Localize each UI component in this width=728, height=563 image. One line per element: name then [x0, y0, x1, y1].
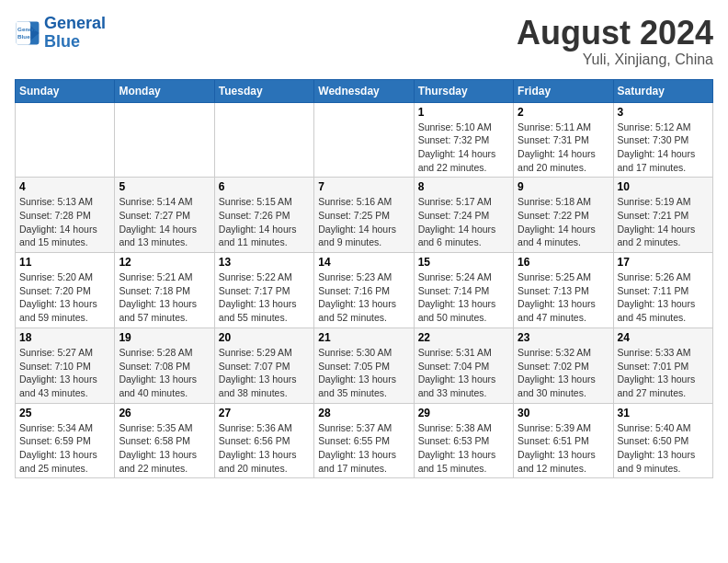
day-info: Sunrise: 5:20 AMSunset: 7:20 PMDaylight:… [19, 270, 110, 325]
page-header: General Blue General Blue August 2024 Yu… [15, 15, 713, 68]
calendar-day-cell: 29Sunrise: 5:38 AMSunset: 6:53 PMDayligh… [414, 403, 513, 478]
day-number: 14 [318, 256, 409, 269]
day-info: Sunrise: 5:30 AMSunset: 7:05 PMDaylight:… [318, 346, 409, 400]
weekday-header: Friday [514, 79, 613, 102]
weekday-header: Wednesday [314, 79, 414, 102]
day-number: 29 [418, 407, 509, 419]
calendar-day-cell: 17Sunrise: 5:26 AMSunset: 7:11 PMDayligh… [613, 253, 712, 328]
day-number: 1 [418, 106, 509, 119]
day-info: Sunrise: 5:33 AMSunset: 7:01 PMDaylight:… [618, 346, 709, 400]
day-number: 15 [418, 256, 509, 269]
calendar-day-cell: 9Sunrise: 5:18 AMSunset: 7:22 PMDaylight… [514, 178, 613, 253]
day-info: Sunrise: 5:17 AMSunset: 7:24 PMDaylight:… [418, 195, 509, 249]
calendar-day-cell: 15Sunrise: 5:24 AMSunset: 7:14 PMDayligh… [414, 253, 513, 328]
day-info: Sunrise: 5:38 AMSunset: 6:53 PMDaylight:… [418, 421, 509, 476]
calendar-day-cell: 23Sunrise: 5:32 AMSunset: 7:02 PMDayligh… [514, 327, 613, 403]
day-info: Sunrise: 5:18 AMSunset: 7:22 PMDaylight:… [518, 195, 609, 249]
calendar-week-row: 1Sunrise: 5:10 AMSunset: 7:32 PMDaylight… [16, 102, 713, 178]
day-number: 18 [19, 331, 110, 344]
calendar-day-cell: 31Sunrise: 5:40 AMSunset: 6:50 PMDayligh… [613, 403, 712, 478]
day-number: 31 [618, 407, 709, 419]
calendar-day-cell: 27Sunrise: 5:36 AMSunset: 6:56 PMDayligh… [214, 403, 313, 478]
day-number: 4 [19, 180, 110, 193]
calendar-day-cell: 11Sunrise: 5:20 AMSunset: 7:20 PMDayligh… [16, 253, 115, 328]
calendar-day-cell: 12Sunrise: 5:21 AMSunset: 7:18 PMDayligh… [115, 253, 214, 328]
calendar-week-row: 4Sunrise: 5:13 AMSunset: 7:28 PMDaylight… [16, 178, 713, 253]
calendar-day-cell: 14Sunrise: 5:23 AMSunset: 7:16 PMDayligh… [314, 253, 414, 328]
calendar-week-row: 11Sunrise: 5:20 AMSunset: 7:20 PMDayligh… [16, 253, 713, 328]
calendar-day-cell: 13Sunrise: 5:22 AMSunset: 7:17 PMDayligh… [214, 253, 313, 328]
weekday-header: Monday [115, 79, 214, 102]
day-info: Sunrise: 5:22 AMSunset: 7:17 PMDaylight:… [219, 270, 310, 325]
day-number: 7 [318, 180, 409, 193]
day-info: Sunrise: 5:28 AMSunset: 7:08 PMDaylight:… [119, 346, 210, 400]
calendar-day-cell: 19Sunrise: 5:28 AMSunset: 7:08 PMDayligh… [115, 327, 214, 403]
day-number: 11 [19, 256, 110, 269]
calendar-day-cell: 7Sunrise: 5:16 AMSunset: 7:25 PMDaylight… [314, 178, 414, 253]
day-number: 5 [119, 180, 210, 193]
day-number: 23 [518, 331, 609, 344]
calendar-day-cell: 24Sunrise: 5:33 AMSunset: 7:01 PMDayligh… [613, 327, 712, 403]
calendar-day-cell: 5Sunrise: 5:14 AMSunset: 7:27 PMDaylight… [115, 178, 214, 253]
calendar-day-cell: 18Sunrise: 5:27 AMSunset: 7:10 PMDayligh… [16, 327, 115, 403]
day-number: 19 [119, 331, 210, 344]
day-info: Sunrise: 5:35 AMSunset: 6:58 PMDaylight:… [119, 421, 210, 476]
day-info: Sunrise: 5:10 AMSunset: 7:32 PMDaylight:… [418, 121, 509, 175]
day-number: 26 [119, 407, 210, 419]
day-number: 27 [219, 407, 310, 419]
day-number: 28 [318, 407, 409, 419]
calendar-day-cell: 28Sunrise: 5:37 AMSunset: 6:55 PMDayligh… [314, 403, 414, 478]
calendar-day-cell [115, 102, 214, 178]
calendar-day-cell: 21Sunrise: 5:30 AMSunset: 7:05 PMDayligh… [314, 327, 414, 403]
weekday-header: Saturday [613, 79, 712, 102]
location-subtitle: Yuli, Xinjiang, China [517, 52, 713, 68]
logo-general: General [44, 14, 106, 32]
day-number: 13 [219, 256, 310, 269]
logo-blue: Blue [44, 32, 80, 51]
day-info: Sunrise: 5:23 AMSunset: 7:16 PMDaylight:… [318, 270, 409, 325]
day-number: 8 [418, 180, 509, 193]
day-info: Sunrise: 5:14 AMSunset: 7:27 PMDaylight:… [119, 195, 210, 249]
weekday-header: Thursday [414, 79, 513, 102]
day-number: 21 [318, 331, 409, 344]
day-info: Sunrise: 5:19 AMSunset: 7:21 PMDaylight:… [618, 195, 709, 249]
weekday-header: Sunday [16, 79, 115, 102]
month-year-title: August 2024 [517, 15, 713, 52]
calendar-day-cell: 26Sunrise: 5:35 AMSunset: 6:58 PMDayligh… [115, 403, 214, 478]
day-number: 2 [518, 106, 609, 119]
day-number: 22 [418, 331, 509, 344]
day-info: Sunrise: 5:36 AMSunset: 6:56 PMDaylight:… [219, 421, 310, 476]
day-number: 3 [618, 106, 709, 119]
calendar-day-cell: 20Sunrise: 5:29 AMSunset: 7:07 PMDayligh… [214, 327, 313, 403]
day-info: Sunrise: 5:39 AMSunset: 6:51 PMDaylight:… [518, 421, 609, 476]
calendar-day-cell: 10Sunrise: 5:19 AMSunset: 7:21 PMDayligh… [613, 178, 712, 253]
calendar-day-cell [16, 102, 115, 178]
day-number: 9 [518, 180, 609, 193]
calendar-day-cell: 22Sunrise: 5:31 AMSunset: 7:04 PMDayligh… [414, 327, 513, 403]
day-number: 17 [618, 256, 709, 269]
day-number: 16 [518, 256, 609, 269]
day-info: Sunrise: 5:26 AMSunset: 7:11 PMDaylight:… [618, 270, 709, 325]
day-info: Sunrise: 5:37 AMSunset: 6:55 PMDaylight:… [318, 421, 409, 476]
day-info: Sunrise: 5:24 AMSunset: 7:14 PMDaylight:… [418, 270, 509, 325]
day-info: Sunrise: 5:16 AMSunset: 7:25 PMDaylight:… [318, 195, 409, 249]
day-info: Sunrise: 5:40 AMSunset: 6:50 PMDaylight:… [618, 421, 709, 476]
calendar-day-cell: 1Sunrise: 5:10 AMSunset: 7:32 PMDaylight… [414, 102, 513, 178]
day-info: Sunrise: 5:34 AMSunset: 6:59 PMDaylight:… [19, 421, 110, 476]
day-info: Sunrise: 5:27 AMSunset: 7:10 PMDaylight:… [19, 346, 110, 400]
calendar-day-cell: 16Sunrise: 5:25 AMSunset: 7:13 PMDayligh… [514, 253, 613, 328]
day-info: Sunrise: 5:25 AMSunset: 7:13 PMDaylight:… [518, 270, 609, 325]
calendar-week-row: 18Sunrise: 5:27 AMSunset: 7:10 PMDayligh… [16, 327, 713, 403]
day-number: 24 [618, 331, 709, 344]
day-number: 10 [618, 180, 709, 193]
calendar-day-cell: 30Sunrise: 5:39 AMSunset: 6:51 PMDayligh… [514, 403, 613, 478]
calendar-day-cell [214, 102, 313, 178]
day-info: Sunrise: 5:13 AMSunset: 7:28 PMDaylight:… [19, 195, 110, 249]
calendar-day-cell: 3Sunrise: 5:12 AMSunset: 7:30 PMDaylight… [613, 102, 712, 178]
day-info: Sunrise: 5:32 AMSunset: 7:02 PMDaylight:… [518, 346, 609, 400]
calendar-day-cell: 4Sunrise: 5:13 AMSunset: 7:28 PMDaylight… [16, 178, 115, 253]
calendar-day-cell: 2Sunrise: 5:11 AMSunset: 7:31 PMDaylight… [514, 102, 613, 178]
calendar-day-cell [314, 102, 414, 178]
day-number: 12 [119, 256, 210, 269]
weekday-header-row: SundayMondayTuesdayWednesdayThursdayFrid… [16, 79, 713, 102]
